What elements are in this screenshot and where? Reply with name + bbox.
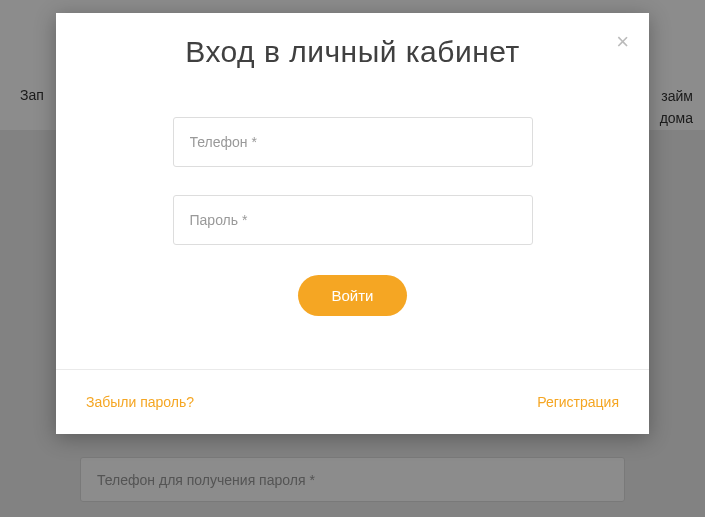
login-modal: Вход в личный кабинет × Войти Забыли пар… [56,13,649,434]
password-input[interactable] [173,195,533,245]
phone-input[interactable] [173,117,533,167]
close-icon[interactable]: × [616,31,629,53]
register-link[interactable]: Регистрация [537,394,619,410]
forgot-password-link[interactable]: Забыли пароль? [86,394,194,410]
modal-header: Вход в личный кабинет × [56,13,649,87]
modal-footer: Забыли пароль? Регистрация [56,370,649,434]
login-button[interactable]: Войти [298,275,408,316]
modal-body: Войти [56,87,649,370]
modal-title: Вход в личный кабинет [86,35,619,69]
